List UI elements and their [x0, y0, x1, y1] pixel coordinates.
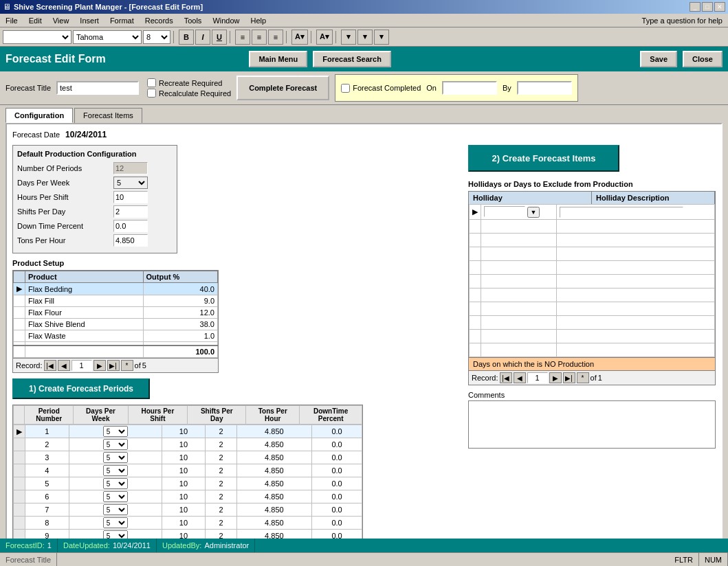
hours-cell[interactable]: 10 [162, 503, 206, 517]
hours-cell[interactable]: 10 [162, 490, 206, 503]
days-cell[interactable]: 5 [69, 503, 162, 517]
align-center-button[interactable]: ≡ [252, 30, 267, 45]
menu-window[interactable]: Window [207, 15, 245, 26]
hours-per-shift-input[interactable] [113, 191, 148, 203]
days-select[interactable]: 5 [103, 504, 128, 515]
menu-records[interactable]: Records [140, 15, 179, 26]
days-select[interactable]: 5 [103, 426, 128, 437]
shifts-cell[interactable]: 2 [206, 503, 236, 517]
table-row[interactable]: Flax Waste 1.0 [14, 330, 218, 342]
product-nav-prev[interactable]: ◀ [58, 360, 70, 371]
tons-cell[interactable]: 4.850 [236, 503, 312, 517]
special-button[interactable]: ▾ [374, 30, 389, 45]
down-cell[interactable]: 0.0 [312, 517, 362, 530]
holliday-nav-first[interactable]: |◀ [500, 372, 512, 383]
fill-color-button[interactable]: A▾ [291, 30, 308, 45]
days-select[interactable]: 5 [103, 439, 128, 450]
holliday-date-input[interactable] [484, 206, 525, 217]
product-output-cell[interactable]: 1.0 [143, 330, 217, 342]
table-row[interactable]: 8 5 10 2 4.850 0.0 [14, 517, 362, 530]
forecast-completed-checkbox[interactable] [341, 84, 350, 93]
days-cell[interactable]: 5 [69, 451, 162, 464]
save-button[interactable]: Save [640, 51, 677, 67]
days-select[interactable]: 5 [103, 452, 128, 463]
hours-cell[interactable]: 10 [162, 438, 206, 451]
down-cell[interactable]: 0.0 [312, 464, 362, 477]
close-button[interactable]: Close [683, 51, 723, 67]
line-button[interactable]: ▾ [341, 30, 356, 45]
product-nav-current[interactable] [71, 360, 92, 371]
holliday-nav-next[interactable]: ▶ [549, 372, 562, 383]
create-forecast-items-button[interactable]: 2) Create Forecast Items [468, 145, 619, 172]
product-nav-next[interactable]: ▶ [93, 360, 106, 371]
holliday-nav-last[interactable]: ▶| [563, 372, 575, 383]
forecast-search-button[interactable]: Forecast Search [313, 51, 391, 67]
window-close-button[interactable]: ✕ [714, 2, 725, 12]
font-color-button[interactable]: A▾ [316, 30, 333, 45]
tons-cell[interactable]: 4.850 [236, 517, 312, 530]
product-nav-new[interactable]: * [121, 360, 133, 371]
period-num-cell[interactable]: 7 [25, 503, 69, 517]
menu-insert[interactable]: Insert [74, 15, 104, 26]
tab-configuration[interactable]: Configuration [5, 108, 73, 123]
tons-cell[interactable]: 4.850 [236, 490, 312, 503]
italic-button[interactable]: I [195, 30, 210, 45]
down-cell[interactable]: 0.0 [312, 425, 362, 438]
menu-help[interactable]: Help [245, 15, 272, 26]
recreate-required-checkbox[interactable] [147, 78, 156, 87]
table-row[interactable]: 6 5 10 2 4.850 0.0 [14, 490, 362, 503]
tons-cell[interactable]: 4.850 [236, 464, 312, 477]
period-num-cell[interactable]: 3 [25, 451, 69, 464]
shifts-cell[interactable]: 2 [206, 425, 236, 438]
down-cell[interactable]: 0.0 [312, 477, 362, 490]
holliday-date-picker[interactable]: ▼ [527, 207, 540, 218]
table-row[interactable]: 5 5 10 2 4.850 0.0 [14, 477, 362, 490]
tons-cell[interactable]: 4.850 [236, 438, 312, 451]
minimize-button[interactable]: _ [690, 2, 701, 12]
help-text[interactable]: Type a question for help [642, 16, 728, 25]
product-nav-first[interactable]: |◀ [44, 360, 56, 371]
table-row[interactable]: ▶ Flax Bedding 40.0 [14, 283, 218, 295]
holliday-desc-input[interactable] [560, 207, 683, 218]
product-output-cell[interactable]: 12.0 [143, 307, 217, 319]
days-cell[interactable]: 5 [69, 464, 162, 477]
period-num-cell[interactable]: 6 [25, 490, 69, 503]
days-cell[interactable]: 5 [69, 490, 162, 503]
menu-format[interactable]: Format [104, 15, 140, 26]
menu-view[interactable]: View [47, 15, 75, 26]
table-row[interactable]: ▶ 1 5 10 2 4.850 0.0 [14, 425, 362, 438]
underline-button[interactable]: U [212, 30, 227, 45]
table-row[interactable]: ▶ ▼ [470, 205, 715, 220]
hours-cell[interactable]: 10 [162, 517, 206, 530]
period-num-cell[interactable]: 2 [25, 438, 69, 451]
shifts-cell[interactable]: 2 [206, 451, 236, 464]
shifts-cell[interactable]: 2 [206, 438, 236, 451]
main-menu-button[interactable]: Main Menu [249, 51, 307, 67]
num-periods-input[interactable] [113, 162, 148, 174]
shifts-cell[interactable]: 2 [206, 477, 236, 490]
align-right-button[interactable]: ≡ [268, 30, 283, 45]
product-name-cell[interactable]: Flax Flour [25, 307, 144, 319]
shifts-cell[interactable]: 2 [206, 464, 236, 477]
down-time-input[interactable] [113, 220, 148, 232]
product-output-cell[interactable]: 9.0 [143, 295, 217, 307]
table-row[interactable]: 7 5 10 2 4.850 0.0 [14, 503, 362, 517]
shifts-cell[interactable]: 2 [206, 490, 236, 503]
forecast-title-input[interactable] [56, 81, 139, 95]
period-num-cell[interactable]: 1 [25, 425, 69, 438]
bold-button[interactable]: B [179, 30, 194, 45]
holliday-desc-cell[interactable] [556, 205, 714, 220]
days-select[interactable]: 5 [103, 517, 128, 528]
period-num-cell[interactable]: 4 [25, 464, 69, 477]
hours-cell[interactable]: 10 [162, 464, 206, 477]
period-num-cell[interactable]: 5 [25, 477, 69, 490]
menu-file[interactable]: File [0, 15, 23, 26]
down-cell[interactable]: 0.0 [312, 490, 362, 503]
recalculate-required-checkbox[interactable] [147, 89, 156, 98]
period-num-cell[interactable]: 8 [25, 517, 69, 530]
maximize-button[interactable]: □ [702, 2, 713, 12]
table-row[interactable]: Flax Shive Blend 38.0 [14, 319, 218, 330]
complete-forecast-button[interactable]: Complete Forecast [236, 76, 329, 100]
hours-cell[interactable]: 10 [162, 425, 206, 438]
by-input[interactable] [517, 81, 572, 95]
